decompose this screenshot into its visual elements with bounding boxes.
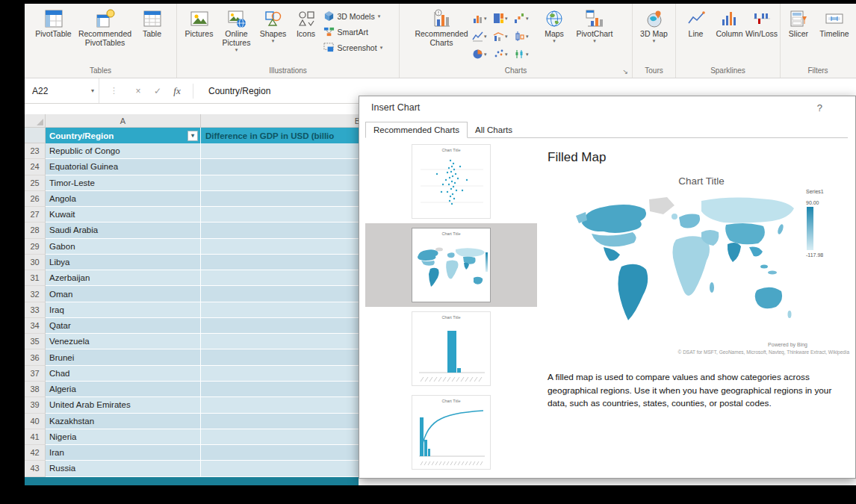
row-number[interactable]: 29 (25, 239, 46, 255)
filter-dropdown-button[interactable]: ▾ (187, 131, 198, 141)
row-header-22[interactable] (25, 128, 46, 143)
country-cell[interactable]: Equatorial Guinea (46, 159, 201, 175)
insert-waterfall-chart-button[interactable]: ▾ (514, 10, 534, 27)
screenshot-button[interactable]: Screenshot ▾ (321, 40, 396, 55)
column-header-a[interactable]: A (46, 114, 201, 128)
sparkline-winloss-button[interactable]: Win/Loss (748, 5, 775, 38)
country-cell[interactable]: Oman (46, 286, 201, 302)
country-cell[interactable]: Libya (46, 255, 201, 270)
row-number[interactable]: 43 (25, 461, 46, 476)
insert-statistic-chart-button[interactable]: ▾ (514, 28, 534, 45)
row-number[interactable]: 30 (25, 255, 46, 270)
insert-stock-chart-button[interactable]: ▾ (514, 46, 534, 63)
country-cell[interactable]: Gabon (46, 239, 201, 255)
insert-function-button[interactable]: fx (167, 85, 187, 97)
3d-models-button[interactable]: 3D Models ▾ (321, 8, 396, 24)
formula-bar-resize-handle[interactable]: ⋮ (99, 86, 128, 96)
insert-column-chart-button[interactable]: ▾ (472, 10, 492, 27)
pictures-button[interactable]: Pictures (181, 5, 218, 38)
row-number[interactable]: 40 (25, 414, 46, 429)
ribbon-group-tables: PivotTable Recommended PivotTables Table (25, 4, 177, 78)
country-cell[interactable]: Russia (46, 461, 201, 476)
help-icon[interactable]: ? (817, 102, 822, 113)
row-number[interactable]: 36 (25, 349, 46, 365)
tab-all-charts[interactable]: All Charts (468, 122, 520, 137)
tab-recommended-charts[interactable]: Recommended Charts (365, 122, 468, 138)
insert-pie-chart-button[interactable]: ▾ (472, 46, 492, 63)
row-number[interactable]: 27 (25, 207, 46, 223)
country-cell[interactable]: United Arab Emirates (46, 397, 201, 413)
row-number[interactable]: 26 (25, 191, 46, 207)
enter-button[interactable]: ✓ (148, 86, 167, 96)
country-cell[interactable]: Republic of Congo (46, 143, 201, 159)
formula-input[interactable]: Country/Region (199, 86, 856, 96)
slicer-button[interactable]: Slicer (782, 5, 815, 38)
name-box[interactable]: A22 ▾ (25, 78, 99, 103)
row-number[interactable]: 25 (25, 175, 46, 191)
chart-suggestion-scatter[interactable]: Chart Title (365, 140, 537, 223)
table-button[interactable]: Table (135, 5, 170, 38)
country-cell[interactable]: Kazakhstan (46, 414, 201, 429)
country-cell[interactable]: Nigeria (46, 429, 201, 445)
smartart-button[interactable]: SmartArt (321, 24, 396, 40)
country-cell[interactable]: Iran (46, 445, 201, 461)
sparkline-line-button[interactable]: Line (681, 5, 711, 38)
chevron-down-icon: ▾ (526, 52, 529, 57)
insert-scatter-chart-button[interactable]: ▾ (493, 46, 513, 63)
row-number[interactable]: 39 (25, 397, 46, 413)
row-number[interactable]: 38 (25, 382, 46, 397)
select-all-button[interactable] (25, 114, 46, 128)
chevron-down-icon: ▾ (235, 47, 238, 52)
cancel-button[interactable]: × (128, 86, 148, 96)
recommended-pivottables-button[interactable]: Recommended PivotTables (75, 5, 135, 47)
country-cell[interactable]: Iraq (46, 302, 201, 318)
insert-line-chart-button[interactable]: ▾ (472, 28, 492, 45)
online-pictures-button[interactable]: Online Pictures ▾ (218, 5, 255, 52)
row-number[interactable]: 34 (25, 318, 46, 334)
row-number[interactable]: 33 (25, 302, 46, 318)
charts-dialog-launcher-icon[interactable]: ↘ (622, 66, 628, 78)
row-number[interactable]: 35 (25, 334, 46, 349)
pivotchart-button[interactable]: PivotChart ▾ (571, 5, 618, 43)
row-number[interactable]: 23 (25, 143, 46, 159)
slicer-icon (789, 8, 808, 29)
icons-button[interactable]: Icons (291, 5, 321, 38)
preview-heading: Filled Map (548, 150, 855, 165)
insert-hierarchy-chart-button[interactable]: ▾ (493, 10, 513, 27)
map-credits: © DSAT for MSFT, GeoNames, Microsoft, Na… (678, 349, 849, 355)
world-map (574, 193, 806, 340)
sparkline-column-button[interactable]: Column (711, 5, 748, 38)
insert-combo-chart-button[interactable]: ▾ (493, 28, 513, 45)
country-cell[interactable]: Saudi Arabia (46, 223, 201, 238)
row-number[interactable]: 28 (25, 223, 46, 238)
shapes-button[interactable]: Shapes ▾ (255, 5, 291, 43)
row-number[interactable]: 41 (25, 429, 46, 445)
pivottable-button[interactable]: PivotTable (32, 5, 75, 38)
country-cell[interactable]: Angola (46, 191, 201, 207)
3d-map-icon (645, 8, 664, 29)
chart-suggestion-pareto[interactable]: Chart Title (365, 391, 537, 474)
country-cell[interactable]: Kuwait (46, 207, 201, 223)
maps-button[interactable]: Maps ▾ (537, 5, 571, 43)
country-cell[interactable]: Chad (46, 366, 201, 382)
country-cell[interactable]: Azerbaijan (46, 270, 201, 286)
country-cell[interactable]: Timor-Leste (46, 175, 201, 191)
chart-suggestion-histogram[interactable]: Chart Title (365, 307, 537, 391)
row-number[interactable]: 42 (25, 445, 46, 461)
screenshot-icon (323, 42, 335, 53)
country-cell[interactable]: Algeria (46, 382, 201, 397)
timeline-button[interactable]: Timeline (815, 5, 854, 38)
row-number[interactable]: 31 (25, 270, 46, 286)
ribbon-group-filters: Slicer Timeline Filters (781, 4, 855, 78)
row-number[interactable]: 32 (25, 286, 46, 302)
country-cell[interactable]: Brunei (46, 349, 201, 365)
3d-map-button[interactable]: 3D Map ▾ (635, 5, 674, 43)
chart-suggestion-filled-map[interactable]: Chart Title (365, 223, 537, 307)
recommended-charts-button[interactable]: Recommended Charts (414, 5, 469, 47)
table-header-country[interactable]: Country/Region ▾ (46, 128, 201, 143)
smartart-icon (323, 26, 335, 37)
row-number[interactable]: 37 (25, 366, 46, 382)
row-number[interactable]: 24 (25, 159, 46, 175)
country-cell[interactable]: Venezuela (46, 334, 201, 349)
country-cell[interactable]: Qatar (46, 318, 201, 334)
